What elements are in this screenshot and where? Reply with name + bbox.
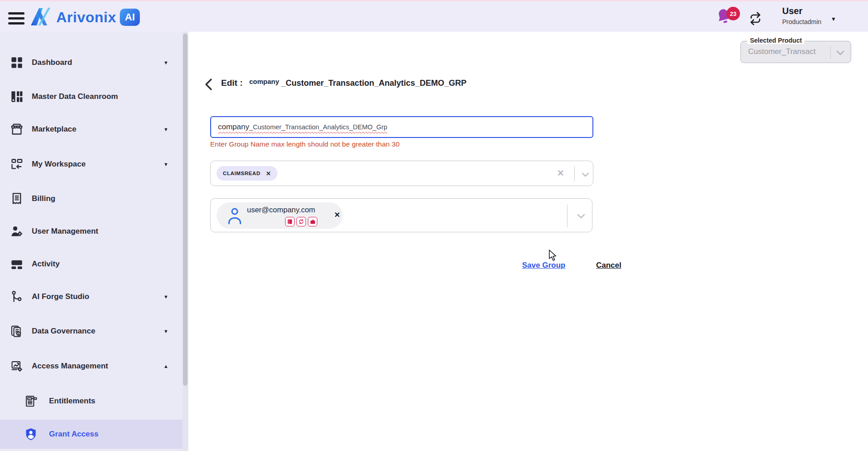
role-chip: CLAIMSREAD ✕ [217,166,277,181]
sidebar-label: Master Data Cleanroom [32,92,118,101]
sidebar-item-access-management[interactable]: Access Management ▲ [0,353,182,379]
sidebar-label: AI Forge Studio [32,292,89,301]
selected-product-dropdown[interactable]: Selected Product Customer_Transact [740,41,851,63]
role-chip-remove-icon[interactable]: ✕ [266,170,271,177]
caret-down-icon[interactable]: ▼ [163,60,168,65]
app-header: Arivonix AI 23 User Productadmin ▼ [0,1,868,32]
title-group-name: _Customer_Transaction_Analytics_DEMO_GRP [281,78,466,88]
sidebar-label: My Workspace [32,160,86,169]
wallet-icon [308,217,317,226]
chevron-down-icon[interactable] [577,213,585,221]
chevron-down-icon[interactable] [836,49,844,58]
user-menu[interactable]: User Productadmin [782,6,821,25]
divider [567,205,567,227]
page-title: Edit : company _Customer_Transaction_Ana… [221,78,466,88]
sidebar-label: Activity [32,260,59,269]
sidebar-item-user-management[interactable]: User Management [0,219,182,244]
user-chip-email: user@company.com [247,206,315,214]
caret-down-icon[interactable]: ▼ [163,294,168,299]
roles-clear-icon[interactable]: ✕ [557,168,564,178]
sidebar-label: Grant Access [49,430,99,439]
cleanroom-icon [10,90,24,103]
sidebar-item-billing[interactable]: Billing [0,186,182,211]
sidebar-item-activity[interactable]: Activity [0,251,182,277]
notification-count-badge: 23 [726,7,740,20]
sidebar-label: Data Governance [32,327,95,336]
receipt-icon [10,192,24,206]
swap-icon [748,11,763,26]
brand-logo: Arivonix AI [30,7,140,28]
sidebar-item-marketplace[interactable]: Marketplace ▼ [0,117,182,142]
title-group-name-small: company [249,78,279,85]
role-chip-label: CLAIMSREAD [223,171,261,176]
group-name-input[interactable]: company_Customer_Transaction_Analytics_D… [210,116,593,138]
sidebar-item-grant-access[interactable]: Grant Access [0,422,182,447]
journal-icon [285,217,295,226]
selected-product-value: Customer_Transact [748,47,816,56]
activity-icon [10,257,24,271]
dashboard-icon [10,56,24,69]
storefront-icon [10,123,24,136]
roles-multiselect[interactable]: CLAIMSREAD ✕ ✕ [210,161,593,186]
selected-product-label: Selected Product [747,37,804,44]
main-content: Selected Product Customer_Transact Edit … [188,32,868,451]
workspace-icon [10,157,24,171]
divider [574,166,575,181]
group-name-value: company_Customer_Transaction_Analytics_D… [218,123,387,132]
hamburger-menu-icon[interactable] [8,12,25,25]
sidebar-item-master-data-cleanroom[interactable]: Master Data Cleanroom [0,84,182,109]
caret-down-icon[interactable]: ▼ [163,127,168,132]
caret-down-icon[interactable]: ▼ [163,328,168,334]
sidebar-label: Marketplace [32,125,76,134]
user-role: Productadmin [782,18,821,25]
sidebar-label: Dashboard [32,58,72,67]
user-name: User [782,6,821,16]
chevron-down-icon[interactable] [582,171,589,179]
user-chip: user@company.com ✕ [217,202,343,229]
sidebar-item-entitlements[interactable]: Entitlements [0,388,182,414]
caret-up-icon[interactable]: ▲ [163,363,168,369]
brand-name: Arivonix [56,9,116,26]
sidebar-item-my-workspace[interactable]: My Workspace ▼ [0,152,182,177]
sidebar-item-dashboard[interactable]: Dashboard ▼ [0,50,182,75]
notifications-button[interactable]: 23 [716,8,744,29]
user-chip-remove-icon[interactable]: ✕ [334,211,340,219]
users-multiselect[interactable]: user@company.com ✕ [210,198,592,232]
sidebar-label: Billing [32,194,55,203]
branch-icon [10,290,24,304]
sidebar-item-data-governance[interactable]: Data Governance ▼ [0,319,182,344]
back-button[interactable] [203,78,215,91]
documents-icon [10,324,24,338]
sidebar-label: Access Management [32,362,108,371]
logo-mark-icon [30,7,53,28]
sidebar-label: Entitlements [49,397,95,406]
sidebar-scrollbar-thumb[interactable] [183,34,187,386]
entitlements-icon [24,394,38,408]
title-prefix: Edit : [221,78,243,88]
group-name-value-rest: _Customer_Transaction_Analytics_DEMO_Grp [249,123,387,131]
divider [830,46,831,59]
sidebar-item-ai-forge-studio[interactable]: AI Forge Studio ▼ [0,284,182,309]
sync-icon [296,217,306,226]
user-chip-badges [285,217,317,226]
caret-down-icon[interactable]: ▼ [163,162,168,167]
sidebar-label: User Management [32,227,98,236]
person-icon [226,206,244,228]
user-gear-icon [10,225,24,238]
shield-user-icon [24,427,38,441]
switch-product-button[interactable] [748,11,763,28]
ai-badge: AI [120,9,140,26]
group-name-value-small: company [218,123,249,131]
cancel-button[interactable]: Cancel [596,261,621,270]
monitor-gear-icon [10,359,24,373]
sidebar-nav: Dashboard ▼ Master Data Cleanroom Market… [0,32,188,451]
user-menu-caret-icon[interactable]: ▼ [831,16,836,22]
group-name-error: Enter Group Name max length should not b… [210,140,399,148]
save-group-button[interactable]: Save Group [522,261,565,270]
